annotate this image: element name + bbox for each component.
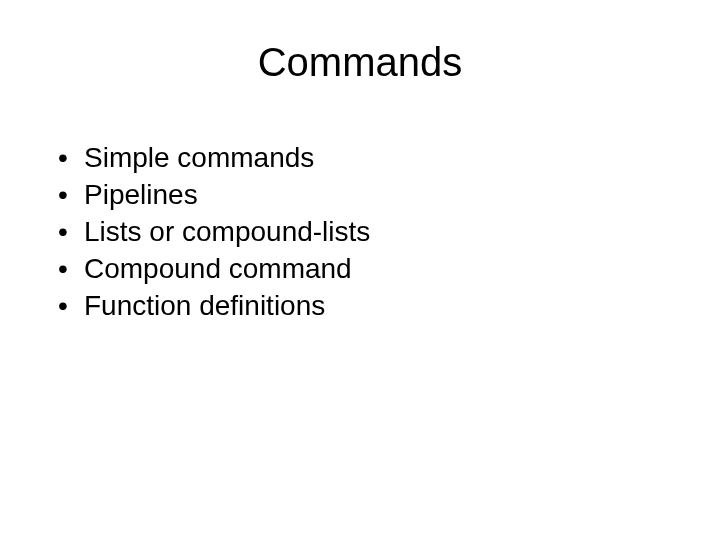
list-item: • Pipelines	[58, 177, 662, 212]
list-item: • Simple commands	[58, 140, 662, 175]
list-item: • Compound command	[58, 251, 662, 286]
list-item-text: Lists or compound-lists	[84, 214, 662, 249]
bullet-icon: •	[58, 140, 84, 175]
list-item-text: Simple commands	[84, 140, 662, 175]
list-item-text: Pipelines	[84, 177, 662, 212]
bullet-icon: •	[58, 177, 84, 212]
bullet-icon: •	[58, 288, 84, 323]
slide-body: • Simple commands • Pipelines • Lists or…	[58, 140, 662, 325]
list-item-text: Compound command	[84, 251, 662, 286]
slide: Commands • Simple commands • Pipelines •…	[0, 0, 720, 540]
bullet-icon: •	[58, 251, 84, 286]
slide-title: Commands	[0, 40, 720, 85]
bullet-icon: •	[58, 214, 84, 249]
list-item: • Lists or compound-lists	[58, 214, 662, 249]
list-item: • Function definitions	[58, 288, 662, 323]
list-item-text: Function definitions	[84, 288, 662, 323]
